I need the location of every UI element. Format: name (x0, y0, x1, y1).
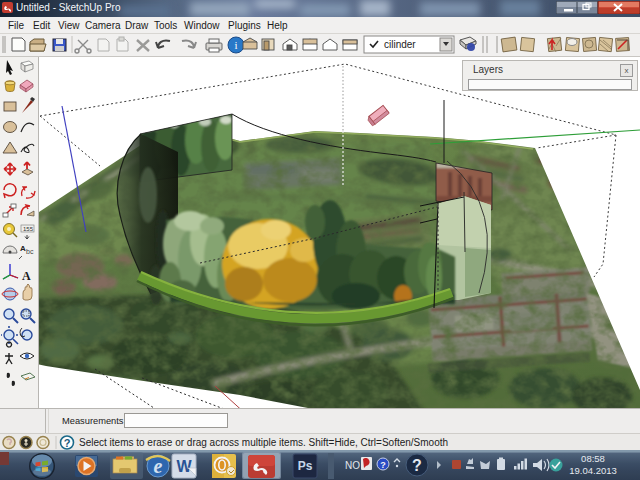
svg-text:Select items to erase or drag: Select items to erase or drag across mul… (79, 437, 448, 448)
svg-text:A: A (22, 269, 31, 283)
svg-text:bc: bc (26, 248, 34, 255)
svg-text:155: 155 (23, 226, 34, 232)
svg-text:i: i (234, 39, 237, 51)
svg-text:?: ? (64, 437, 71, 449)
svg-text:cilinder: cilinder (384, 39, 416, 50)
